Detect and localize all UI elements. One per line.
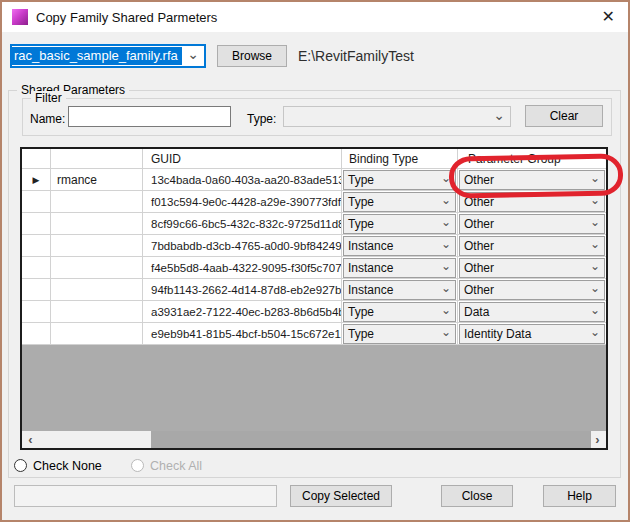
row-selector-cell[interactable] [22,257,51,278]
scrollbar-track[interactable] [39,431,589,448]
table-header-row: GUID Binding Type Parameter Group [22,149,606,169]
row-selector-cell[interactable] [22,279,51,300]
chevron-down-icon: ⌄ [588,195,604,209]
header-name [51,149,143,168]
close-icon[interactable]: ✕ [602,8,615,26]
binding-type-dropdown[interactable]: Type⌄ [343,170,456,190]
chevron-down-icon: ⌄ [588,239,604,253]
check-all-radio [131,459,144,472]
row-selector-cell[interactable] [22,191,51,212]
guid-cell: 94fb1143-2662-4d14-87d8-eb2e927b2... [143,279,342,300]
chevron-down-icon: ⌄ [439,217,455,231]
chevron-down-icon: ⌄ [439,195,455,209]
check-none-label: Check None [33,459,102,473]
chevron-down-icon: ⌄ [588,173,604,187]
table-row[interactable]: 94fb1143-2662-4d14-87d8-eb2e927b2... Ins… [22,279,606,301]
family-file-value: rac_basic_sample_family.rfa [12,47,182,65]
parameter-group-dropdown[interactable]: Other⌄ [459,170,605,190]
header-parameter-group: Parameter Group [458,149,606,168]
table-row[interactable]: 7bdbabdb-d3cb-4765-a0d0-9bf84249d... Ins… [22,235,606,257]
name-cell [51,301,143,322]
name-cell [51,323,143,344]
table-row[interactable]: e9eb9b41-81b5-4bcf-b504-15c672e1e... Typ… [22,323,606,345]
scroll-left-icon[interactable]: ‹ [22,431,39,448]
name-cell [51,235,143,256]
name-cell [51,191,143,212]
parameter-group-dropdown[interactable]: Other⌄ [459,236,605,256]
header-guid: GUID [143,149,342,168]
row-selector-cell[interactable]: ▶ [22,169,51,190]
parameter-group-dropdown[interactable]: Data⌄ [459,302,605,322]
title-bar: Copy Family Shared Parmeters ✕ [2,2,628,32]
table-row[interactable]: ▶ rmance 13c4bada-0a60-403a-aa20-83ade51… [22,169,606,191]
row-selector-cell[interactable] [22,235,51,256]
chevron-down-icon: ⌄ [588,305,604,319]
row-selector-cell[interactable] [22,323,51,344]
name-cell [51,279,143,300]
check-all-label: Check All [150,459,202,473]
guid-cell: 13c4bada-0a60-403a-aa20-83ade513... [143,169,342,190]
chevron-down-icon: ⌄ [439,305,455,319]
family-file-combobox[interactable]: rac_basic_sample_family.rfa ⌄ [10,44,206,68]
check-none-radio[interactable] [14,459,27,472]
close-button[interactable]: Close [441,485,513,507]
folder-path-text: E:\RevitFamilyTest [298,48,414,64]
binding-type-dropdown[interactable]: Type⌄ [343,192,456,212]
filter-name-label: Name: [30,112,65,126]
parameter-group-dropdown[interactable]: Other⌄ [459,214,605,234]
row-pointer-icon: ▶ [33,175,40,185]
binding-type-dropdown[interactable]: Type⌄ [343,214,456,234]
window-title: Copy Family Shared Parmeters [36,10,217,25]
help-button[interactable]: Help [543,485,616,507]
chevron-down-icon: ⌄ [439,327,455,341]
row-selector-cell[interactable] [22,301,51,322]
chevron-down-icon: ⌄ [588,261,604,275]
chevron-down-icon: ⌄ [439,283,455,297]
browse-button[interactable]: Browse [217,45,287,67]
horizontal-scrollbar[interactable]: ‹ › [22,431,606,448]
chevron-down-icon: ⌄ [439,173,455,187]
table-row[interactable]: f4e5b5d8-4aab-4322-9095-f30f5c707fb2 Ins… [22,257,606,279]
parameter-group-dropdown[interactable]: Other⌄ [459,192,605,212]
table-row[interactable]: f013c594-9e0c-4428-a29e-390773fdf1... Ty… [22,191,606,213]
chevron-down-icon: ⌄ [588,327,604,341]
clear-button[interactable]: Clear [525,105,603,127]
filter-group-label: Filter [31,91,66,105]
scroll-right-icon[interactable]: › [589,431,606,448]
guid-cell: f013c594-9e0c-4428-a29e-390773fdf1... [143,191,342,212]
binding-type-dropdown[interactable]: Type⌄ [343,324,456,344]
table-row[interactable]: a3931ae2-7122-40ec-b283-8b6d5b4b... Type… [22,301,606,323]
table-row[interactable]: 8cf99c66-6bc5-432c-832c-9725d11d8... Typ… [22,213,606,235]
copy-selected-button[interactable]: Copy Selected [290,485,392,507]
row-selector-cell[interactable] [22,213,51,234]
guid-cell: a3931ae2-7122-40ec-b283-8b6d5b4b... [143,301,342,322]
header-binding-type: Binding Type [342,149,458,168]
binding-type-dropdown[interactable]: Instance⌄ [343,236,456,256]
binding-type-dropdown[interactable]: Instance⌄ [343,258,456,278]
filter-type-label: Type: [247,112,276,126]
guid-cell: 7bdbabdb-d3cb-4765-a0d0-9bf84249d... [143,235,342,256]
parameter-group-dropdown[interactable]: Identity Data⌄ [459,324,605,344]
guid-cell: e9eb9b41-81b5-4bcf-b504-15c672e1e... [143,323,342,344]
filter-type-dropdown: ⌄ [283,106,511,127]
filter-name-input[interactable] [68,106,231,127]
guid-cell: f4e5b5d8-4aab-4322-9095-f30f5c707fb2 [143,257,342,278]
chevron-down-icon: ⌄ [588,283,604,297]
copy-family-shared-parameters-dialog: Copy Family Shared Parmeters ✕ rac_basic… [0,0,630,522]
parameter-group-dropdown[interactable]: Other⌄ [459,258,605,278]
binding-type-dropdown[interactable]: Instance⌄ [343,280,456,300]
parameter-group-dropdown[interactable]: Other⌄ [459,280,605,300]
chevron-down-icon: ⌄ [439,239,455,253]
app-icon [12,9,28,25]
chevron-down-icon: ⌄ [588,217,604,231]
table-empty-area [22,345,606,431]
name-cell: rmance [51,169,143,190]
scrollbar-thumb[interactable] [151,431,591,448]
progress-bar [14,485,277,507]
guid-cell: 8cf99c66-6bc5-432c-832c-9725d11d8... [143,213,342,234]
shared-parameters-table: GUID Binding Type Parameter Group ▶ rman… [20,147,608,450]
header-row-selector [22,149,51,168]
binding-type-dropdown[interactable]: Type⌄ [343,302,456,322]
chevron-down-icon: ⌄ [488,110,510,124]
name-cell [51,213,143,234]
